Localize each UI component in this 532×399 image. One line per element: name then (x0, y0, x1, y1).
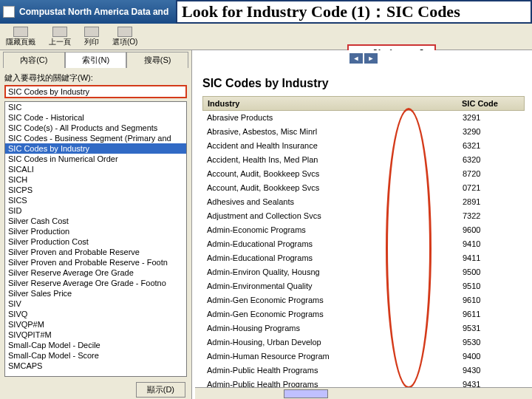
col-industry[interactable]: Industry (203, 97, 457, 110)
keyword-input[interactable] (4, 85, 187, 98)
tab-index[interactable]: 索引(N) (65, 52, 127, 68)
index-item[interactable]: SIC Codes in Numerical Order (5, 154, 186, 164)
print-label: 列印 (84, 37, 99, 47)
cell-industry: Admin-Public Health Programs (202, 364, 458, 377)
cell-sic-code: 9600 (458, 223, 525, 236)
hide-label: 隱藏頁籤 (6, 37, 35, 47)
print-button[interactable]: 列印 (84, 27, 99, 47)
table-row: Adhesives and Sealants2891 (202, 195, 525, 209)
col-sic-code[interactable]: SIC Code (457, 97, 524, 110)
hide-icon (13, 27, 28, 37)
cell-industry: Abrasive, Asbestos, Misc Minrl (202, 125, 458, 138)
cell-sic-code: 9610 (458, 293, 525, 307)
cell-sic-code: 9531 (458, 321, 525, 335)
cell-industry: Account, Audit, Bookkeep Svcs (202, 167, 458, 180)
index-item[interactable]: SIC Code - Historical (5, 112, 186, 123)
cell-sic-code: 8720 (458, 167, 525, 180)
content-pane: ◄ ► SIC Codes by Industry Industry SIC C… (195, 50, 532, 399)
table-row: Admin-Educational Programs9410 (202, 237, 525, 251)
table-row: Accident and Health Insurance6321 (202, 139, 525, 153)
index-item[interactable]: Silver Proven and Probable Reserve - Foo… (5, 257, 186, 267)
options-label: 選項(O) (112, 37, 137, 47)
index-item[interactable]: SIC Codes by Industry (5, 143, 186, 154)
cell-sic-code: 9510 (458, 279, 525, 293)
index-item[interactable]: Silver Sales Price (5, 288, 186, 299)
scrollbar-thumb[interactable] (284, 389, 328, 398)
cell-industry: Adjustment and Collection Svcs (202, 209, 458, 222)
cell-industry: Admin-Gen Economic Programs (202, 307, 458, 321)
table-row: Admin-Environmental Quality9510 (202, 279, 525, 293)
cell-industry: Admin-Environ Quality, Housng (202, 265, 458, 279)
nav-tabs: 內容(C) 索引(N) 搜尋(S) (0, 50, 191, 68)
index-item[interactable]: SICS (5, 195, 186, 205)
cell-sic-code: 3291 (458, 111, 525, 124)
cell-industry: Abrasive Products (202, 111, 458, 124)
tab-search[interactable]: 搜尋(S) (126, 52, 188, 68)
index-item[interactable]: SIVQ (5, 309, 186, 319)
table-row: Account, Audit, Bookkeep Svcs8720 (202, 167, 525, 181)
table-row: Admin-Gen Economic Programs9610 (202, 293, 525, 307)
cell-industry: Admin-Educational Programs (202, 237, 458, 250)
cell-industry: Accident, Health Ins, Med Plan (202, 153, 458, 166)
index-item[interactable]: Small-Cap Model - Decile (5, 340, 186, 350)
help-toolbar: 隱藏頁籤 上一頁 列印 選項(O) (0, 24, 532, 50)
topic-nav: ◄ ► (195, 50, 532, 66)
index-item[interactable]: SICALI (5, 164, 186, 174)
index-item[interactable]: Silver Production Cost (5, 236, 186, 247)
cell-sic-code: 6320 (458, 153, 525, 166)
index-item[interactable]: SIC (5, 102, 186, 112)
table-row: Admin-Environ Quality, Housng9500 (202, 265, 525, 279)
show-button[interactable]: 顯示(D) (136, 382, 185, 398)
hide-tabs-button[interactable]: 隱藏頁籤 (6, 27, 35, 47)
index-list[interactable]: SICSIC Code - HistoricalSIC Code(s) - Al… (4, 101, 187, 377)
cell-sic-code: 9500 (458, 265, 525, 279)
index-item[interactable]: Silver Proven and Probable Reserve (5, 247, 186, 257)
index-item[interactable]: SID (5, 205, 186, 216)
index-item[interactable]: Small-Cap Model - Score (5, 350, 186, 361)
prev-topic-button[interactable]: ◄ (349, 53, 363, 64)
table-row: Admin-Educational Programs9411 (202, 251, 525, 265)
index-item[interactable]: Silver Cash Cost (5, 216, 186, 226)
back-button[interactable]: 上一頁 (49, 27, 71, 47)
cell-sic-code: 7322 (458, 209, 525, 222)
cell-industry: Admin-Economic Programs (202, 223, 458, 236)
cell-sic-code: 3290 (458, 125, 525, 138)
keyword-label: 鍵入要尋找的關鍵字(W): (0, 68, 191, 85)
index-item[interactable]: SIC Codes - Business Segment (Primary an… (5, 133, 186, 143)
index-item[interactable]: Silver Production (5, 226, 186, 236)
options-button[interactable]: 選項(O) (112, 27, 137, 47)
cell-industry: Admin-Housing Programs (202, 321, 458, 335)
index-item[interactable]: Silver Reserve Average Ore Grade - Footn… (5, 278, 186, 288)
cell-sic-code: 9410 (458, 237, 525, 250)
table-body: Abrasive Products3291Abrasive, Asbestos,… (202, 111, 525, 392)
index-item[interactable]: Silver Reserve Average Ore Grade (5, 267, 186, 278)
cell-industry: Admin-Human Resource Program (202, 349, 458, 363)
cell-sic-code: 9411 (458, 251, 525, 265)
table-row: Account, Audit, Bookkeep Svcs0721 (202, 181, 525, 195)
back-label: 上一頁 (49, 37, 71, 47)
index-item[interactable]: SIV (5, 299, 186, 309)
table-row: Admin-Gen Economic Programs9611 (202, 307, 525, 321)
horizontal-scrollbar[interactable] (195, 387, 532, 399)
table-row: Admin-Human Resource Program9400 (202, 349, 525, 364)
index-item[interactable]: SICPS (5, 185, 186, 195)
index-item[interactable]: SICH (5, 174, 186, 185)
cell-sic-code: 9611 (458, 307, 525, 321)
index-item[interactable]: SIVQP#M (5, 319, 186, 330)
index-item[interactable]: SIVQPIT#M (5, 330, 186, 340)
cell-sic-code: 0721 (458, 181, 525, 194)
table-row: Admin-Economic Programs9600 (202, 223, 525, 237)
cell-industry: Adhesives and Sealants (202, 195, 458, 208)
cell-industry: Account, Audit, Bookkeep Svcs (202, 181, 458, 194)
index-item[interactable]: SIC Code(s) - All Products and Segments (5, 123, 186, 133)
table-row: Accident, Health Ins, Med Plan6320 (202, 153, 525, 167)
index-item[interactable]: SMCAPS (5, 361, 186, 371)
cell-industry: Accident and Health Insurance (202, 139, 458, 152)
options-icon (117, 27, 132, 37)
window-title: Compustat North America Data and (19, 7, 168, 17)
table-row: Adjustment and Collection Svcs7322 (202, 209, 525, 223)
table-row: Abrasive, Asbestos, Misc Minrl3290 (202, 125, 525, 139)
next-topic-button[interactable]: ► (364, 53, 378, 64)
cell-sic-code: 2891 (458, 195, 525, 208)
tab-contents[interactable]: 內容(C) (3, 52, 65, 68)
